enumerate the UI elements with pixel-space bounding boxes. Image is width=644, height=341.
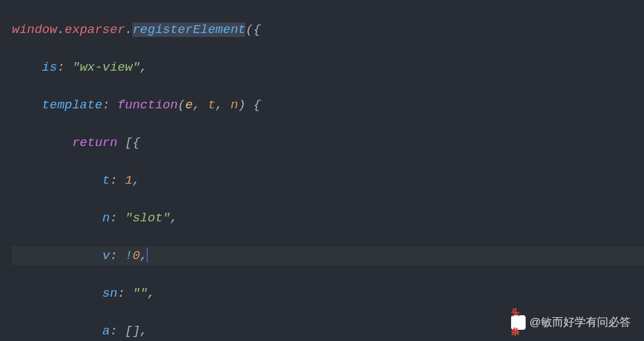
cursor [147, 248, 147, 262]
code-line: template: function(e, t, n) { [12, 96, 644, 115]
code-line: sn: "", [12, 284, 644, 303]
token-object: window [12, 22, 57, 37]
code-line: is: "wx-view", [12, 58, 644, 77]
code-editor[interactable]: window.exparser.registerElement({ is: "w… [0, 0, 644, 341]
selected-text: registerElement [132, 22, 245, 37]
code-line: t: 1, [12, 171, 644, 190]
code-line-active: v: !0, [12, 246, 644, 266]
code-line: n: "slot", [12, 209, 644, 228]
watermark-logo-icon: 头条 [511, 315, 526, 330]
code-line: return [{ [12, 133, 644, 153]
watermark-text: @敏而好学有问必答 [530, 313, 631, 332]
code-line: window.exparser.registerElement({ [12, 20, 644, 40]
watermark: 头条 @敏而好学有问必答 [511, 313, 631, 332]
